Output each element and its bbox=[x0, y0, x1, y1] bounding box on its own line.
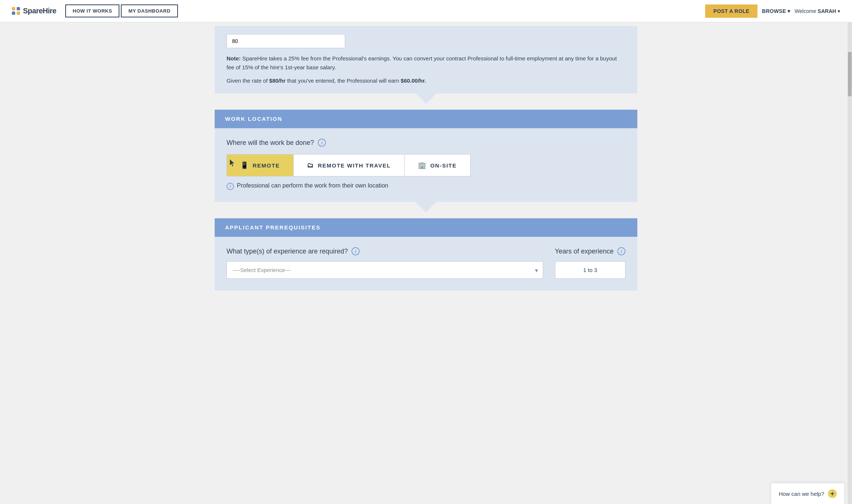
note-section: Note: SpareHire takes a 25% fee from the… bbox=[215, 26, 637, 93]
logo-icon bbox=[12, 7, 20, 15]
location-option-remote-travel[interactable]: 🗂 REMOTE WITH TRAVEL bbox=[294, 155, 404, 176]
rate-info-text: Given the rate of $80/hr that you've ent… bbox=[227, 76, 625, 85]
years-question-row: Years of experience i bbox=[555, 247, 625, 255]
nav-right: POST A ROLE BROWSE ▾ Welcome SARAH ▾ bbox=[705, 4, 840, 18]
help-widget[interactable]: How can we help? + bbox=[771, 483, 845, 504]
years-label: Years of experience bbox=[555, 248, 614, 255]
prerequisites-grid: What type(s) of experience are required?… bbox=[227, 247, 625, 279]
location-option-on-site[interactable]: 🏢 ON-SITE bbox=[404, 155, 470, 176]
help-label: How can we help? bbox=[779, 491, 824, 497]
work-location-question: Where will the work be done? bbox=[227, 139, 314, 147]
scroll-thumb[interactable] bbox=[848, 52, 852, 96]
prerequisites-right: Years of experience i 1 to 3 bbox=[555, 247, 625, 279]
work-location-header: WORK LOCATION bbox=[215, 110, 637, 128]
work-location-body: Where will the work be done? i 📱 REMOTE … bbox=[215, 128, 637, 202]
work-location-section: WORK LOCATION Where will the work be don… bbox=[215, 110, 637, 202]
prerequisites-header: APPLICANT PREREQUISITES bbox=[215, 218, 637, 237]
prerequisites-title: APPLICANT PREREQUISITES bbox=[225, 224, 321, 231]
travel-icon: 🗂 bbox=[307, 162, 314, 169]
remote-label: REMOTE bbox=[253, 162, 280, 169]
work-location-question-row: Where will the work be done? i bbox=[227, 139, 625, 147]
work-location-info-icon[interactable]: i bbox=[318, 139, 326, 147]
browse-button[interactable]: BROWSE ▾ bbox=[762, 8, 790, 14]
experience-info-icon[interactable]: i bbox=[351, 247, 360, 255]
building-icon: 🏢 bbox=[418, 161, 427, 169]
work-location-title: WORK LOCATION bbox=[225, 116, 283, 122]
years-value: 1 to 3 bbox=[555, 261, 625, 279]
rate-input[interactable] bbox=[227, 34, 345, 48]
help-plus-icon[interactable]: + bbox=[828, 489, 837, 498]
experience-select-wrapper: ----Select Experience--- ▾ bbox=[227, 261, 543, 279]
mobile-icon: 📱 bbox=[240, 161, 249, 169]
note-body: Note: SpareHire takes a 25% fee from the… bbox=[227, 54, 625, 72]
years-info-icon[interactable]: i bbox=[617, 247, 625, 255]
logo[interactable]: SpareHire bbox=[12, 7, 56, 15]
chevron-down-icon: ▾ bbox=[787, 8, 790, 14]
navbar: SpareHire HOW IT WORKS MY DASHBOARD POST… bbox=[0, 0, 852, 22]
logo-text: SpareHire bbox=[23, 7, 56, 15]
my-dashboard-button[interactable]: MY DASHBOARD bbox=[121, 4, 178, 17]
main-content: Note: SpareHire takes a 25% fee from the… bbox=[207, 26, 645, 305]
prerequisites-left: What type(s) of experience are required?… bbox=[227, 247, 543, 279]
nav-links: HOW IT WORKS MY DASHBOARD bbox=[65, 4, 705, 17]
post-role-button[interactable]: POST A ROLE bbox=[705, 4, 757, 18]
location-description-row: i Professional can perform the work from… bbox=[227, 182, 625, 190]
scrollbar[interactable] bbox=[848, 22, 852, 504]
how-it-works-button[interactable]: HOW IT WORKS bbox=[65, 4, 119, 17]
location-description: Professional can perform the work from t… bbox=[237, 182, 388, 189]
experience-question: What type(s) of experience are required? bbox=[227, 248, 348, 255]
location-options: 📱 REMOTE 🗂 REMOTE WITH TRAVEL 🏢 ON-SITE bbox=[227, 154, 470, 176]
prerequisites-section: APPLICANT PREREQUISITES What type(s) of … bbox=[215, 218, 637, 291]
location-option-remote[interactable]: 📱 REMOTE bbox=[227, 155, 294, 176]
chevron-down-icon: ▾ bbox=[838, 8, 840, 14]
welcome-text: Welcome SARAH ▾ bbox=[795, 8, 840, 14]
remote-travel-label: REMOTE WITH TRAVEL bbox=[318, 162, 391, 169]
on-site-label: ON-SITE bbox=[430, 162, 456, 169]
prerequisites-body: What type(s) of experience are required?… bbox=[215, 237, 637, 291]
experience-question-row: What type(s) of experience are required?… bbox=[227, 247, 543, 255]
info-description-icon: i bbox=[227, 183, 234, 190]
experience-select[interactable]: ----Select Experience--- bbox=[227, 261, 543, 279]
